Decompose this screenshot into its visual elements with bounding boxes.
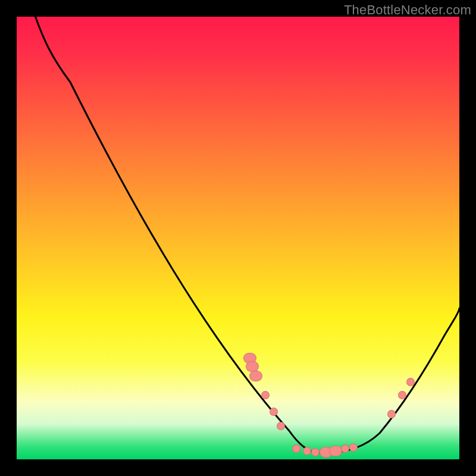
- marker-dot: [406, 378, 415, 386]
- marker-dot: [277, 422, 285, 430]
- plot-area: [17, 17, 459, 459]
- chart-stage: TheBottleNecker.com: [0, 0, 476, 476]
- marker-dot: [341, 444, 349, 453]
- watermark-text: TheBottleNecker.com: [344, 2, 471, 18]
- marker-dot: [329, 446, 342, 456]
- marker-dot: [270, 408, 278, 416]
- marker-dot: [387, 410, 396, 418]
- marker-dot: [398, 391, 406, 399]
- curve-path: [33, 17, 459, 453]
- marker-dot: [311, 448, 320, 456]
- marker-dot: [249, 371, 262, 381]
- marker-dot: [261, 391, 270, 399]
- marker-dot: [292, 444, 300, 453]
- marker-dot: [303, 447, 311, 455]
- bottleneck-curve: [17, 17, 459, 459]
- marker-dot: [349, 443, 358, 452]
